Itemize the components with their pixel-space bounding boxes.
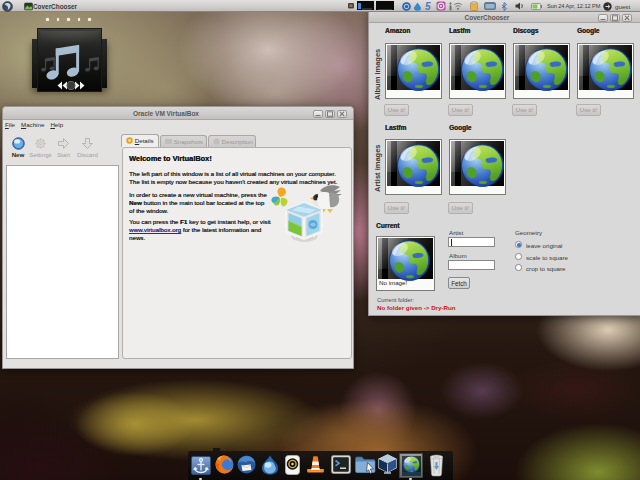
svg-text:5: 5 <box>425 1 431 11</box>
